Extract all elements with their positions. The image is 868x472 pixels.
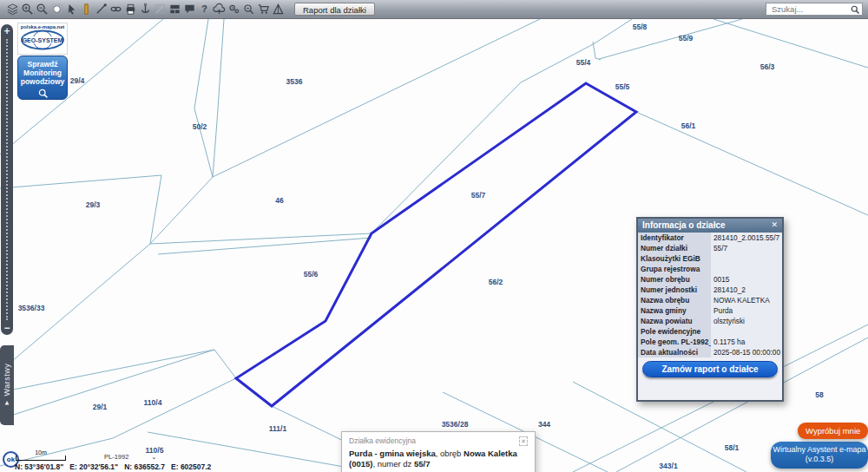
cursor-icon[interactable] [64, 2, 78, 16]
close-icon[interactable]: ✕ [519, 436, 528, 446]
info-row-value: olsztyński [711, 316, 782, 326]
info-row-value: 281410_2.0015.55/7 [711, 233, 782, 243]
info-panel-footer: Zamów raport o działce [638, 357, 782, 400]
flood-button-label: Sprawdź Monitoring powodziowy [18, 60, 67, 87]
logo-box[interactable]: polska.e-mapa.net GEO-SYSTEM [17, 23, 68, 55]
zoom-slider[interactable]: + − [1, 24, 13, 335]
zoom-in-control[interactable]: + [3, 26, 10, 36]
zoom-in-icon[interactable] [20, 2, 34, 16]
search-box[interactable] [766, 3, 863, 16]
feature-title-part: , numer dz [372, 459, 414, 469]
crs-label: PL-1992 [104, 453, 128, 461]
info-panel-header: Informacja o działce ✕ [638, 219, 782, 233]
panels-icon[interactable] [168, 2, 181, 16]
scale-bar: 10m [16, 449, 66, 461]
flood-monitoring-button[interactable]: Sprawdź Monitoring powodziowy [17, 56, 68, 100]
feature-popup: Działka ewidencyjna ✕ Purda - gmina wiej… [341, 431, 536, 472]
assistant-version: (v.0.3.5) [773, 455, 866, 464]
crs-selector[interactable]: PL-1992 ⌄ [104, 453, 157, 461]
chevron-down-icon[interactable]: ⌄ [151, 453, 156, 461]
assistant-try-me-bubble[interactable]: Wypróbuj mnie [798, 423, 868, 439]
help-icon[interactable]: ? [197, 2, 211, 16]
feature-title-part: 55/7 [414, 459, 431, 469]
info-row-label: Data aktualności [638, 347, 711, 357]
assistant-name: Wirtualny Asystent e-mapa [773, 445, 866, 455]
info-row-value: 2025-08-15 00:00:00 [711, 347, 782, 357]
info-row-value: 281410_2 [711, 285, 782, 295]
search-icon[interactable] [850, 4, 860, 15]
info-rows: Identyfikator281410_2.0015.55/7Numer dzi… [638, 233, 782, 357]
geo-system-logo: GEO-SYSTEM [20, 38, 65, 53]
svg-text:?: ? [201, 3, 207, 14]
draw-line-icon[interactable] [94, 2, 108, 16]
info-row: Pole ewidencyjne [638, 326, 782, 337]
close-icon[interactable]: ✕ [771, 221, 778, 229]
info-row-label: Nazwa powiatu [638, 316, 711, 326]
measure-icon[interactable] [79, 2, 93, 16]
prism-icon[interactable] [271, 2, 285, 16]
scale-label: 10m [16, 449, 66, 456]
info-row-value: 0015 [711, 274, 782, 285]
info-row-value [711, 326, 782, 337]
feature-title-part: , obręb [436, 449, 464, 458]
zoom-track[interactable] [6, 39, 8, 320]
info-row: Numer jednostki281410_2 [638, 285, 782, 295]
info-row: Nazwa powiatuolsztyński [638, 316, 782, 326]
info-row-label: Numer działki [638, 243, 711, 253]
info-row-label: Identyfikator [638, 233, 711, 243]
print-icon[interactable] [123, 2, 137, 16]
info-row: Grupa rejestrowa [638, 264, 782, 274]
info-row-label: Nazwa gminy [638, 305, 711, 316]
info-row-value: 0.1175 ha [711, 337, 782, 347]
info-row: Numer działki55/7 [638, 243, 782, 253]
zoom-details-icon[interactable] [241, 2, 255, 16]
info-row: Identyfikator281410_2.0015.55/7 [638, 233, 782, 243]
info-row: Klasoużytki EGiB [638, 253, 782, 264]
info-row-value: Purda [711, 305, 782, 316]
report-button[interactable]: Raport dla działki [294, 3, 375, 16]
link-icon[interactable] [108, 2, 122, 16]
virtual-assistant-button[interactable]: Wirtualny Asystent e-mapa (v.0.3.5) [771, 442, 868, 469]
info-row-label: Numer jednostki [638, 285, 711, 295]
settings-icon[interactable] [227, 2, 240, 16]
parcel-info-panel: Informacja o działce ✕ Identyfikator2814… [636, 217, 784, 402]
feature-type-label: Działka ewidencyjna [349, 436, 416, 446]
select-area-icon[interactable] [49, 2, 63, 16]
layers-icon[interactable] [5, 2, 19, 16]
toolbar: ? Raport dla działki [0, 0, 868, 19]
feature-title: Purda - gmina wiejska, obręb Nowa Kaletk… [349, 449, 528, 470]
comment-icon[interactable] [182, 2, 196, 16]
layers-tab[interactable]: ▾ Warstwy [0, 345, 14, 425]
info-row: Pole geom. PL-1992 (?)0.1175 ha [638, 337, 782, 347]
info-row: Nazwa gminyPurda [638, 305, 782, 316]
coordinates-readout: N: 53°36'01.8" E: 20°32'56.1" N: 636552.… [15, 462, 211, 471]
share-icon[interactable] [212, 2, 226, 16]
zoom-out-control[interactable]: − [3, 323, 10, 333]
info-row-label: Pole ewidencyjne [638, 326, 711, 337]
feature-title-part: Purda - gmina wiejska [349, 449, 436, 458]
info-row-label: Klasoużytki EGiB [638, 253, 711, 264]
zoom-out-icon[interactable] [35, 2, 49, 16]
info-row-label: Numer obrębu [638, 274, 711, 285]
info-row: Numer obrębu0015 [638, 274, 782, 285]
info-row-value: NOWA KALETKA [711, 295, 782, 305]
info-row-value [711, 253, 782, 264]
scale-line [16, 456, 66, 461]
info-row: Data aktualności2025-08-15 00:00:00 [638, 347, 782, 357]
transform-icon[interactable] [153, 2, 167, 16]
toolbar-icons: ? [5, 2, 285, 16]
anchor-icon[interactable] [138, 2, 152, 16]
cart-icon[interactable] [256, 2, 270, 16]
svg-text:GEO-SYSTEM: GEO-SYSTEM [23, 37, 63, 43]
info-row-label: Grupa rejestrowa [638, 264, 711, 274]
selected-parcel-outline[interactable] [236, 83, 636, 406]
magnifier-icon [37, 88, 49, 101]
info-row-value: 55/7 [711, 243, 782, 253]
info-panel-title: Informacja o działce [642, 220, 726, 230]
info-row-label: Nazwa obrębu [638, 295, 711, 305]
search-input[interactable] [770, 3, 850, 15]
info-row: Nazwa obrębuNOWA KALETKA [638, 295, 782, 305]
order-report-button[interactable]: Zamów raport o działce [642, 361, 778, 377]
info-row-label: Pole geom. PL-1992 (?) [638, 337, 711, 347]
info-row-value [711, 264, 782, 274]
